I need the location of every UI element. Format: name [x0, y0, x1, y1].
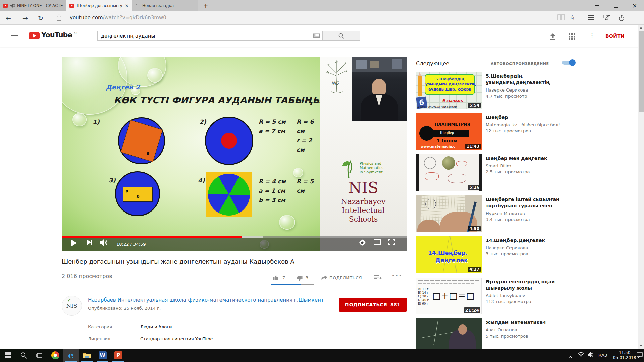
window-minimize-button[interactable]	[588, 0, 606, 11]
window-restore-button[interactable]	[606, 0, 625, 11]
suggested-title[interactable]: 14.Шеңбер.Дөңгелек	[486, 237, 571, 244]
header-more-icon[interactable]: ⋮	[589, 32, 595, 39]
next-button[interactable]	[87, 239, 93, 245]
scrollbar-thumb[interactable]	[639, 31, 644, 112]
file-explorer-icon[interactable]	[79, 349, 95, 362]
forward-icon[interactable]: →	[19, 12, 31, 24]
suggested-channel[interactable]: Matemagia_kz - бізбен бірге бол!	[486, 122, 630, 127]
nis-wordmark: NIS	[320, 179, 407, 197]
browser-more-icon[interactable]: ⋯	[632, 13, 638, 19]
scroll-up-arrow[interactable]	[640, 27, 642, 29]
suggested-channel[interactable]: Smart Bilim	[486, 163, 630, 168]
suggested-title[interactable]: шеңбер мен дөңгелек	[486, 155, 571, 162]
autoplay-toggle[interactable]	[562, 61, 574, 65]
wifi-icon[interactable]	[578, 352, 584, 359]
new-tab-button[interactable]: +	[200, 1, 211, 10]
theater-mode-icon[interactable]	[374, 239, 381, 245]
reading-view-icon[interactable]	[557, 14, 565, 22]
suggested-thumbnail[interactable]: 4:50	[416, 195, 482, 232]
task-view-icon[interactable]	[32, 349, 47, 362]
suggested-thumbnail[interactable]: 6 5.Шеңбердіңұзындығы,дөңгелектіңауданы,…	[416, 72, 482, 109]
back-icon[interactable]: ←	[3, 12, 14, 24]
suggested-thumbnail[interactable]: А) 11 г В) 14 г С) 20 г D) 40 г Е) 60 г …	[416, 278, 482, 314]
like-ratio-bar	[271, 284, 314, 285]
suggested-title[interactable]: Шеңбер	[486, 114, 571, 121]
url-field[interactable]: youtube.com/watch?v=qkDrk6n3mw0	[70, 15, 166, 21]
dislike-button[interactable]	[296, 275, 303, 283]
video-right-panel: NIS Physics and Mathematics in Shymkent	[320, 57, 407, 251]
clock[interactable]: 11:50 05.01.2018	[610, 350, 639, 360]
license-value[interactable]: Стандартная лицензия YouTube	[140, 336, 213, 341]
suggested-thumbnail[interactable]: 5:16	[416, 154, 482, 191]
suggested-title[interactable]: жылдам математика4	[486, 319, 571, 326]
suggested-title[interactable]: 5.Шеңбердің ұзындығы,дөңгелектің	[486, 73, 571, 86]
powerpoint-icon[interactable]: P	[110, 349, 126, 362]
suggested-channel[interactable]: Нуркен Мажитов	[486, 211, 630, 216]
refresh-icon[interactable]: ↻	[35, 12, 46, 24]
progress-bar[interactable]	[62, 236, 407, 238]
tray-volume-icon[interactable]	[588, 352, 594, 359]
volume-button[interactable]	[100, 239, 108, 246]
tab-music[interactable]: NINETY ONE - СУ АСТЕ	[0, 0, 66, 11]
like-button[interactable]	[272, 274, 279, 282]
hub-icon[interactable]	[588, 15, 594, 20]
video-player[interactable]: Деңгей 2 КӨК ТҮСТІ ФИГУРА АУДАНЫН ТАБЫҢЫ…	[62, 57, 407, 251]
page-scrollbar[interactable]	[638, 25, 644, 349]
settings-gear-icon[interactable]	[359, 239, 366, 246]
nis-tagline: Physics and Mathematics in Shymkent	[360, 161, 383, 174]
suggested-channel[interactable]: Adilet Tansykbaev	[486, 293, 630, 298]
suggested-channel[interactable]: Азат Оспанов	[486, 327, 630, 333]
channel-name-link[interactable]: Назарбаев Интеллектуальная школа физико-…	[88, 297, 336, 303]
start-button[interactable]	[0, 349, 16, 362]
add-to-playlist-icon[interactable]	[374, 275, 382, 282]
web-note-icon[interactable]	[603, 14, 610, 23]
word-icon[interactable]: W	[95, 349, 110, 362]
tab-close-icon[interactable]: ×	[124, 3, 129, 8]
browser-tab-strip: NINETY ONE - СУ АСТЕ Шенбер догасынын уз…	[0, 0, 644, 11]
subscribe-button[interactable]: ПОДПИСАТЬСЯ 881	[339, 298, 407, 312]
suggested-channel[interactable]: Назерке Серикова	[486, 245, 630, 250]
apps-grid-icon[interactable]	[569, 33, 575, 41]
window-close-button[interactable]: ×	[625, 0, 644, 11]
language-indicator[interactable]: ҚАЗ	[598, 353, 607, 358]
suggested-thumbnail[interactable]: 14.Шеңбер. Дөңгелек 4:27	[416, 236, 482, 273]
fullscreen-icon[interactable]	[388, 239, 395, 245]
suggested-thumbnail[interactable]: ПЛАНИМЕТРИЯ Шеңбер 1-бөлім www.matemagia…	[416, 113, 482, 150]
youtube-favicon	[69, 4, 74, 8]
tab-current[interactable]: Шенбер догасынын узı ×	[66, 0, 132, 11]
channel-avatar[interactable]: NIS	[62, 296, 82, 316]
share-button[interactable]: ПОДЕЛИТЬСЯ	[329, 275, 362, 280]
tray-date: 05.01.2018	[610, 355, 639, 360]
suggested-channel[interactable]: Назерке Серикова	[486, 87, 630, 93]
upload-icon[interactable]	[549, 33, 557, 41]
keyboard-icon[interactable]	[313, 33, 320, 38]
sign-in-button[interactable]: ВОЙТИ	[605, 33, 625, 39]
favorites-star-icon[interactable]: ☆	[569, 13, 575, 21]
share-icon[interactable]	[618, 14, 625, 23]
tab-newtab[interactable]: Новая вкладка	[132, 0, 198, 11]
scroll-down-arrow[interactable]	[640, 345, 642, 347]
menu-hamburger-icon[interactable]	[11, 33, 18, 39]
subscriber-count: 881	[390, 302, 400, 307]
category-value[interactable]: Люди и блоги	[140, 324, 172, 329]
duration-badge: 4:27	[468, 267, 481, 272]
figure2-labels: R = 6 см r = 2 см	[297, 117, 320, 155]
chrome-icon[interactable]	[47, 349, 63, 362]
play-button[interactable]	[71, 239, 77, 247]
search-magnifier-icon	[338, 33, 344, 39]
edge-taskbar-icon[interactable]: e	[63, 349, 79, 362]
video-more-icon[interactable]: •••	[392, 273, 403, 279]
tray-chevron-icon[interactable]	[568, 353, 572, 356]
action-center-icon[interactable]	[637, 352, 643, 359]
youtube-logo[interactable]: YouTube KZ	[29, 31, 78, 39]
suggested-views: 4,7 тыс. просмотр	[486, 94, 630, 99]
slide-title: КӨК ТҮСТІ ФИГУРА АУДАНЫН ТАБЫҢЫЗ	[114, 95, 320, 105]
figure4-number: 4)	[198, 177, 205, 184]
suggested-title[interactable]: Әртүрлі есептердің оңай шығарылу жолы	[486, 279, 571, 291]
search-input[interactable]	[100, 31, 310, 41]
share-arrow-icon[interactable]	[321, 275, 327, 282]
search-button[interactable]	[322, 31, 360, 41]
tab-title: Шенбер догасынын узı	[77, 3, 122, 8]
suggested-title[interactable]: Шеңберге іштей сызылған төртбұрыш туралы…	[486, 196, 571, 209]
taskbar-search-icon[interactable]	[16, 349, 32, 362]
